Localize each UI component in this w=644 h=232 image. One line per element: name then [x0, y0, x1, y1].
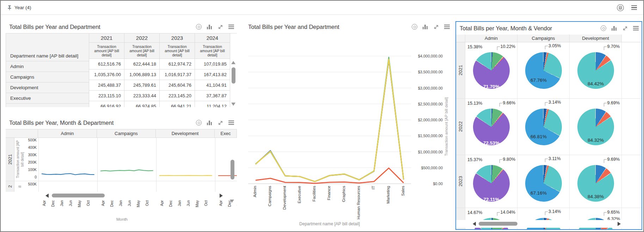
- expand-icon[interactable]: [434, 24, 439, 30]
- line-chart-cell[interactable]: [38, 181, 97, 192]
- scroll-up-arrow[interactable]: [231, 61, 235, 64]
- pie-chart[interactable]: [525, 109, 562, 145]
- pie-cell-Campaigns-2022[interactable]: 3.14%66.81%: [517, 99, 570, 155]
- facet-column-header[interactable]: Campaigns: [97, 129, 156, 138]
- focus-icon[interactable]: [196, 120, 202, 126]
- department-row-header[interactable]: Development: [6, 83, 89, 93]
- line-chart-cell[interactable]: [156, 138, 215, 181]
- pie-chart[interactable]: [473, 109, 510, 145]
- scroll-thumb[interactable]: [52, 194, 105, 197]
- table-cell[interactable]: 1,006,889.13: [124, 69, 160, 80]
- table-cell[interactable]: 66,916.92: [89, 101, 124, 107]
- line-chart-cell[interactable]: [215, 181, 237, 192]
- table-cell[interactable]: 223,145.20: [160, 91, 195, 101]
- scroll-right-arrow[interactable]: [618, 222, 621, 226]
- table-cell[interactable]: 37,367.87: [195, 91, 230, 101]
- scroll-down-arrow[interactable]: [230, 200, 234, 203]
- line-chart-cell[interactable]: [38, 138, 97, 181]
- year-column-header[interactable]: 2022: [124, 33, 160, 43]
- panel-menu-icon[interactable]: [228, 121, 234, 125]
- panel-pies-year-month-vendor[interactable]: Total Bills per Year, Month & Vendor Adm…: [455, 21, 642, 230]
- expand-icon[interactable]: [622, 26, 628, 31]
- table-cell[interactable]: 66,941.21: [160, 101, 195, 107]
- vertical-scroll-thumb[interactable]: [231, 160, 234, 179]
- horizontal-scrollbar[interactable]: [6, 192, 237, 200]
- panel-menu-icon[interactable]: [633, 26, 639, 31]
- scroll-thumb[interactable]: [479, 222, 517, 226]
- year-column-header[interactable]: 2024: [195, 33, 230, 43]
- department-column-header[interactable]: Department name [AP bill detail]: [6, 33, 89, 61]
- pie-column-header[interactable]: Campaigns: [517, 35, 570, 42]
- table-cell[interactable]: 622,444.18: [124, 59, 160, 69]
- pie-column-header[interactable]: Admin: [465, 35, 517, 42]
- table-cell[interactable]: 167,413.82: [195, 69, 230, 80]
- expand-icon[interactable]: [218, 120, 223, 126]
- department-row-header[interactable]: Executive: [6, 93, 89, 104]
- chart-type-icon[interactable]: [423, 24, 428, 29]
- pie-label-group: 3.14%: [545, 209, 561, 215]
- scroll-left-arrow[interactable]: [45, 194, 49, 198]
- pie-cell-Admin-2021[interactable]: 15.38%10.22%71.70%: [465, 42, 517, 98]
- line-chart-cell[interactable]: [97, 138, 156, 181]
- table-cell[interactable]: 245,604.76: [160, 80, 195, 91]
- scroll-left-arrow[interactable]: [473, 222, 476, 226]
- scroll-right-arrow[interactable]: [220, 194, 223, 198]
- department-row-header[interactable]: Facilities: [6, 104, 89, 107]
- table-cell[interactable]: 245,488.37: [89, 80, 124, 91]
- pie-chart[interactable]: [473, 52, 510, 89]
- line-chart[interactable]: $4,000,000.00$3,500,000.00$3,000,000.00$…: [245, 33, 453, 229]
- table-cell[interactable]: 223,333.44: [124, 91, 160, 101]
- facet-column-header[interactable]: Exec: [215, 129, 237, 138]
- pie-cell-Campaigns-2021[interactable]: 3.05%67.76%: [517, 42, 570, 98]
- pie-cell-Campaigns-2023[interactable]: 3.11%67.16%: [517, 155, 570, 208]
- department-row-header[interactable]: Campaigns: [6, 72, 89, 83]
- panel-line-chart-year-department: Total Bills per Year and Department $4,0…: [245, 20, 453, 229]
- year-column-header[interactable]: 2021: [89, 33, 124, 43]
- x-axis-tick: Marketing: [386, 186, 390, 204]
- chart-type-icon[interactable]: [207, 120, 213, 125]
- line-chart-cell[interactable]: [156, 181, 215, 192]
- pie-label-group: 9.69%: [604, 157, 620, 163]
- vertical-scrollbar[interactable]: [230, 33, 237, 107]
- table-cell[interactable]: 41,104.91: [195, 80, 230, 91]
- pie-chart[interactable]: [525, 165, 562, 202]
- pie-cell-Development-2021[interactable]: 9.70%84.42%: [570, 42, 622, 98]
- pie-column-header[interactable]: Development: [570, 35, 622, 42]
- year-filter-chip[interactable]: Year (4): [14, 5, 31, 10]
- focus-icon[interactable]: [601, 25, 606, 31]
- focus-icon[interactable]: [412, 24, 417, 30]
- expand-icon[interactable]: [218, 24, 223, 30]
- table-cell[interactable]: 223,115.10: [89, 91, 124, 101]
- table-cell[interactable]: 1,035,376.00: [89, 69, 124, 80]
- table-cell[interactable]: 245,789.61: [124, 80, 160, 91]
- table-cell[interactable]: 107,019.85: [195, 59, 230, 69]
- facet-column-header[interactable]: Development: [156, 129, 215, 138]
- panel-menu-icon[interactable]: [444, 25, 450, 29]
- chart-type-icon[interactable]: [612, 26, 617, 31]
- table-cell[interactable]: 11,204.12: [195, 101, 230, 107]
- pie-chart[interactable]: [473, 165, 510, 202]
- table-cell[interactable]: 612,974.72: [160, 59, 195, 69]
- scroll-thumb[interactable]: [232, 67, 235, 84]
- facet-column-header[interactable]: Admin: [38, 129, 97, 138]
- panel-menu-icon[interactable]: [228, 25, 234, 29]
- pie-cell-Admin-2023[interactable]: 15.37%9.80%72.11%: [465, 155, 517, 208]
- menu-icon[interactable]: [631, 5, 637, 10]
- scroll-down-arrow[interactable]: [231, 103, 235, 106]
- horizontal-scrollbar[interactable]: [456, 220, 642, 228]
- pie-chart[interactable]: [525, 52, 562, 89]
- pie-cell-Admin-2022[interactable]: 15.13%9.66%72.53%: [465, 99, 517, 155]
- data-source-icon[interactable]: [617, 4, 624, 12]
- pie-cell-Development-2023[interactable]: 9.69%84.38%: [570, 155, 622, 208]
- table-cell[interactable]: 612,516.76: [89, 59, 124, 69]
- line-chart-cell[interactable]: [97, 181, 156, 192]
- chart-type-icon[interactable]: [207, 24, 213, 29]
- department-row-header[interactable]: Admin: [6, 61, 89, 72]
- table-cell[interactable]: 1,016,917.37: [160, 69, 195, 80]
- facet-row-label: 2021: [6, 138, 14, 181]
- table-cell[interactable]: 66,974.85: [124, 101, 160, 107]
- year-column-header[interactable]: 2023: [160, 33, 195, 43]
- y-axis-tick: $0.00: [413, 182, 443, 186]
- focus-icon[interactable]: [196, 24, 202, 30]
- pie-cell-Development-2022[interactable]: 9.69%84.32%: [570, 99, 622, 155]
